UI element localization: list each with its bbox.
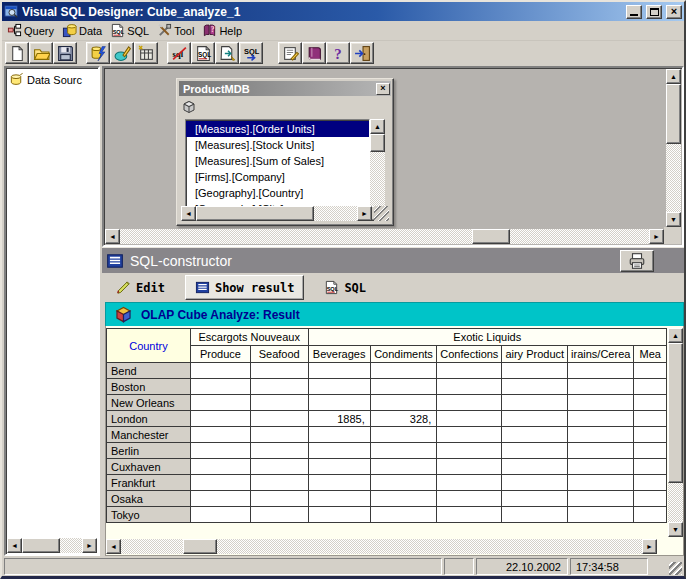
book-button[interactable] — [302, 42, 326, 64]
data-cell[interactable] — [502, 459, 568, 475]
data-cell[interactable] — [308, 459, 370, 475]
scroll-thumb[interactable] — [196, 206, 314, 221]
data-cell[interactable] — [437, 363, 502, 379]
data-cell[interactable] — [502, 395, 568, 411]
scroll-thumb[interactable] — [666, 84, 681, 144]
data-cell[interactable] — [502, 491, 568, 507]
scroll-thumb[interactable] — [472, 229, 510, 244]
data-cell[interactable] — [437, 459, 502, 475]
data-cell[interactable] — [568, 427, 634, 443]
scroll-track[interactable] — [666, 84, 681, 212]
data-cell[interactable] — [250, 427, 308, 443]
data-cell[interactable] — [634, 363, 667, 379]
data-cell[interactable] — [634, 443, 667, 459]
data-cell[interactable] — [190, 379, 250, 395]
data-cell[interactable] — [370, 427, 437, 443]
scroll-down-button[interactable]: ▼ — [668, 522, 683, 537]
data-cell[interactable] — [308, 491, 370, 507]
data-cell[interactable] — [634, 395, 667, 411]
data-cell[interactable] — [502, 427, 568, 443]
print-button[interactable] — [620, 250, 654, 272]
close-button[interactable]: × — [666, 5, 682, 19]
data-cell[interactable] — [502, 475, 568, 491]
data-cell[interactable] — [502, 363, 568, 379]
cube-field-item[interactable]: [Measures].[Order Units] — [186, 121, 369, 137]
data-cell[interactable] — [370, 443, 437, 459]
data-cell[interactable] — [437, 395, 502, 411]
data-cell[interactable] — [502, 379, 568, 395]
sql-run-button[interactable]: SQL — [239, 42, 263, 64]
data-cell[interactable] — [190, 411, 250, 427]
data-cell[interactable] — [634, 411, 667, 427]
data-cell[interactable] — [250, 491, 308, 507]
cube-field-item[interactable]: [Firms].[Company] — [186, 169, 369, 185]
menu-item-sql[interactable]: SQLSQL — [108, 22, 155, 39]
cube-field-item[interactable]: [Measures].[Sum of Sales] — [186, 153, 369, 169]
sql-edit-button[interactable]: sql — [167, 42, 191, 64]
data-cell[interactable] — [370, 507, 437, 523]
scroll-right-button[interactable]: ► — [82, 538, 97, 553]
data-cell[interactable] — [634, 475, 667, 491]
scroll-left-button[interactable]: ◄ — [181, 206, 196, 221]
scroll-track[interactable] — [120, 229, 649, 244]
tab-sql[interactable]: SQLSQL — [315, 276, 375, 299]
data-cell[interactable] — [568, 363, 634, 379]
scroll-right-button[interactable]: ► — [642, 539, 657, 554]
data-cell[interactable] — [437, 507, 502, 523]
maximize-button[interactable] — [646, 5, 662, 19]
data-cell[interactable] — [568, 379, 634, 395]
data-cell[interactable] — [437, 443, 502, 459]
data-cell[interactable] — [250, 395, 308, 411]
scroll-left-button[interactable]: ◄ — [106, 539, 121, 554]
data-cell[interactable] — [437, 411, 502, 427]
data-cell[interactable] — [634, 427, 667, 443]
data-cell[interactable] — [250, 507, 308, 523]
scroll-right-button[interactable]: ► — [649, 229, 664, 244]
data-cell[interactable] — [502, 507, 568, 523]
window-resize-grip[interactable] — [669, 562, 682, 575]
data-cell[interactable] — [250, 363, 308, 379]
data-cell[interactable] — [250, 475, 308, 491]
cube-window-close-button[interactable]: × — [376, 83, 390, 95]
data-cell[interactable] — [634, 459, 667, 475]
data-cell[interactable] — [308, 379, 370, 395]
design-button[interactable] — [110, 42, 134, 64]
data-cell[interactable] — [370, 395, 437, 411]
data-cell[interactable] — [437, 379, 502, 395]
data-cell[interactable] — [308, 427, 370, 443]
data-cell[interactable] — [568, 395, 634, 411]
scroll-track[interactable] — [668, 343, 683, 522]
cube-window-title-bar[interactable]: ProductMDB × — [179, 81, 391, 96]
data-cell[interactable] — [370, 475, 437, 491]
data-cell[interactable] — [437, 491, 502, 507]
exit-button[interactable] — [350, 42, 374, 64]
data-cell[interactable] — [370, 363, 437, 379]
tree-item-data-sources[interactable]: Data Sourc — [6, 68, 98, 89]
data-cell[interactable] — [502, 443, 568, 459]
scroll-left-button[interactable]: ◄ — [7, 538, 22, 553]
data-cell[interactable] — [190, 507, 250, 523]
menu-item-tool[interactable]: Tool — [155, 22, 200, 39]
designer-canvas[interactable]: ProductMDB × [Measures].[Order Units][Me… — [102, 66, 684, 247]
data-cell[interactable] — [250, 459, 308, 475]
data-cell[interactable] — [308, 395, 370, 411]
scroll-up-button[interactable]: ▲ — [666, 69, 681, 84]
tab-show-result[interactable]: Show result — [185, 275, 304, 300]
open-button[interactable] — [29, 42, 53, 64]
export-button[interactable] — [215, 42, 239, 64]
minimize-button[interactable] — [626, 5, 642, 19]
data-cell[interactable] — [250, 443, 308, 459]
data-cell[interactable] — [190, 475, 250, 491]
scroll-track[interactable] — [22, 538, 82, 553]
scroll-right-button[interactable]: ► — [357, 206, 372, 221]
scroll-up-button[interactable]: ▲ — [370, 119, 385, 134]
menu-item-help[interactable]: ?Help — [200, 22, 248, 39]
scroll-track[interactable] — [196, 206, 357, 221]
scroll-track[interactable] — [121, 539, 642, 554]
data-cell[interactable] — [634, 507, 667, 523]
scroll-track[interactable] — [370, 134, 385, 206]
data-cell[interactable] — [568, 507, 634, 523]
data-cell[interactable] — [370, 459, 437, 475]
data-cell[interactable] — [568, 443, 634, 459]
scroll-left-button[interactable]: ◄ — [105, 229, 120, 244]
